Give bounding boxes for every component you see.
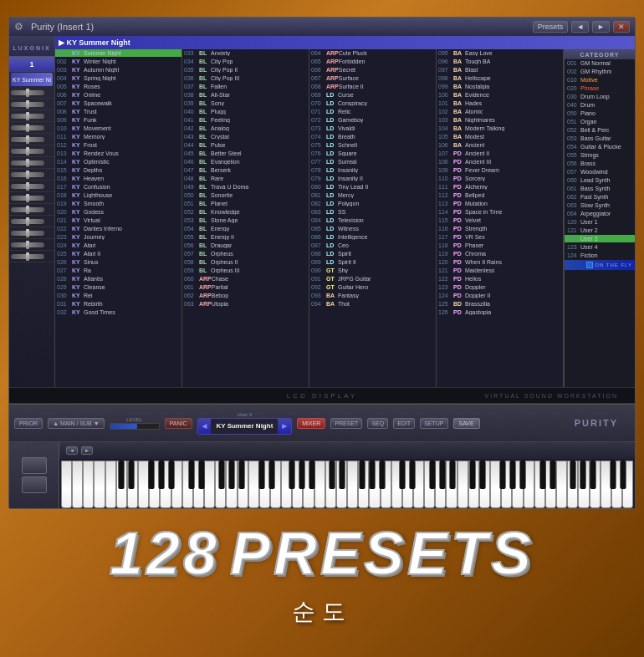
list-item[interactable]: 126PD Agastopia — [437, 308, 563, 317]
list-item[interactable]: 050Piano — [565, 110, 635, 118]
list-item[interactable]: 055Strings — [565, 151, 635, 160]
list-item[interactable]: 088LD Spirit — [309, 250, 436, 258]
list-item[interactable]: 037BL Fallen — [182, 83, 309, 91]
list-item[interactable]: 029KY Cleanse — [55, 283, 181, 292]
list-item[interactable]: 072LD Gameboy — [309, 116, 436, 125]
list-item[interactable]: 068ARP Surface II — [309, 83, 436, 91]
list-item[interactable]: 058BL Orpheus II — [182, 258, 309, 267]
list-item[interactable]: 059BL Orpheus III — [182, 267, 309, 275]
list-item[interactable]: 075LD Schnell — [309, 141, 436, 150]
seq-button[interactable]: SEQ — [367, 418, 388, 429]
list-item[interactable]: 040Drum — [565, 101, 635, 110]
octave-down-button[interactable]: ◄ — [66, 446, 78, 455]
list-item[interactable]: 092GT Guitar Hero — [309, 283, 436, 292]
list-item[interactable]: 033BL Anxiety — [182, 49, 309, 58]
list-item[interactable]: 052BL Knowledge — [182, 208, 309, 216]
list-item[interactable]: 044BL Pulse — [182, 141, 309, 150]
list-item[interactable]: 085LD Witness — [309, 225, 436, 233]
list-item[interactable]: 060Lead Synth — [565, 176, 635, 185]
list-item[interactable]: 010Motive — [565, 76, 635, 84]
list-item[interactable]: 124PD Doppler II — [437, 292, 563, 300]
list-item[interactable]: 020KY Godess — [55, 208, 181, 216]
preset-prev-button[interactable]: ◄ — [198, 419, 212, 434]
list-item[interactable]: 053Bass Guitar — [565, 135, 635, 143]
list-item[interactable]: 108PD Ancient III — [437, 158, 563, 166]
prior-button[interactable]: PRIOR — [14, 418, 43, 429]
list-item[interactable]: 084LD Television — [309, 216, 436, 225]
list-item[interactable]: 052Bell & Perc — [565, 126, 635, 135]
list-item[interactable]: 125BD Brasszilla — [437, 300, 563, 308]
list-item[interactable]: 018KY Lighthouse — [55, 191, 181, 200]
list-item[interactable]: 118PD Phaser — [437, 242, 563, 250]
list-item[interactable]: 115PD Velvet — [437, 216, 563, 225]
octave-up-button[interactable]: ► — [81, 446, 93, 455]
list-item[interactable]: 055BL Energy II — [182, 233, 309, 242]
list-item[interactable]: 041BL Feeling — [182, 116, 309, 125]
list-item[interactable]: 121User 2 — [565, 227, 635, 235]
list-item[interactable]: 026KY Sinus — [55, 258, 181, 267]
list-item[interactable]: 057BL Orpheus — [182, 250, 309, 258]
list-item[interactable]: 054Guitar & Plucke — [565, 143, 635, 151]
list-item[interactable]: 116PD Strength — [437, 225, 563, 233]
list-item[interactable]: 070LD Conspiracy — [309, 99, 436, 108]
setup-button[interactable]: SETUP — [420, 418, 447, 429]
edit-button[interactable]: EDIT — [393, 418, 415, 429]
list-item[interactable]: 077LD Surreal — [309, 158, 436, 166]
list-item[interactable]: 064Arpeggiator — [565, 210, 635, 218]
save-button[interactable]: SAVE — [453, 418, 480, 429]
list-item[interactable]: 036BL City Pop III — [182, 74, 309, 83]
active-preset-mini[interactable]: KY Summer Night — [11, 73, 53, 86]
list-item[interactable]: 091GT JRPG Guitar — [309, 275, 436, 283]
list-item[interactable]: 071LD Relic — [309, 108, 436, 116]
list-item[interactable]: 032KY Good Times — [55, 308, 181, 317]
nav-left-button[interactable]: ◄ — [571, 21, 589, 33]
list-item[interactable]: 010KY Movement — [55, 125, 181, 133]
list-item[interactable]: 067ARP Surface — [309, 74, 436, 83]
list-item[interactable]: 047BL Berserk — [182, 166, 309, 175]
list-item[interactable]: 008KY Trust — [55, 108, 181, 116]
list-item[interactable]: 101BA Hades — [437, 99, 563, 108]
list-item[interactable]: 120User 1 — [565, 218, 635, 227]
list-item[interactable]: 078LD Insanity — [309, 166, 436, 175]
preset-button[interactable]: PRESET — [330, 418, 362, 429]
list-item[interactable]: 045BL Better Steel — [182, 150, 309, 158]
level-bar[interactable] — [110, 423, 160, 430]
list-item[interactable]: 080LD Tiny Lead II — [309, 183, 436, 191]
list-item[interactable]: 056BL Draugar — [182, 242, 309, 250]
list-item[interactable]: 014KY Optimistic — [55, 158, 181, 166]
list-item[interactable]: 114PD Space in Time — [437, 208, 563, 216]
list-item[interactable]: 060ARP Chase — [182, 275, 309, 283]
list-item[interactable]: 031KY Rebirth — [55, 300, 181, 308]
list-item[interactable]: 065ARP Forbidden — [309, 58, 436, 66]
list-item[interactable]: 027KY Ra — [55, 267, 181, 275]
list-item[interactable]: 076LD Square — [309, 150, 436, 158]
list-item[interactable]: 094BA Thot — [309, 300, 436, 308]
presets-button[interactable]: Presets — [533, 21, 569, 33]
main-sub-button[interactable]: ▲ MAIN / SUB ▼ — [48, 418, 104, 429]
panic-button[interactable]: PANIC — [165, 418, 192, 429]
active-slot[interactable]: 1 — [9, 57, 54, 72]
list-item[interactable]: 012KY Frost — [55, 141, 181, 150]
list-item[interactable]: 109PD Fever Dream — [437, 166, 563, 175]
list-item[interactable]: 050BL Sonorite — [182, 191, 309, 200]
preset-next-button[interactable]: ► — [278, 419, 291, 434]
list-item[interactable]: 102BA Atomic — [437, 108, 563, 116]
list-item[interactable]: 051BL Planet — [182, 200, 309, 208]
list-item[interactable]: 122User 3 — [565, 235, 635, 243]
list-item[interactable]: 035BL City Pop II — [182, 66, 309, 74]
list-item[interactable]: 064ARP Cute Pluck — [309, 49, 436, 58]
list-item[interactable]: 111PD Alchemy — [437, 183, 563, 191]
list-item[interactable]: 123User 4 — [565, 243, 635, 252]
list-item[interactable]: 066ARP Secret — [309, 66, 436, 74]
list-item[interactable]: 005KY Roses — [55, 83, 181, 91]
list-item[interactable]: 117PD VR Sex — [437, 233, 563, 242]
list-item[interactable]: 009KY Funk — [55, 116, 181, 125]
list-item[interactable]: 119PD Chroma — [437, 250, 563, 258]
list-item[interactable]: 103BA Nightmares — [437, 116, 563, 125]
list-item[interactable]: 112PD Bellped — [437, 191, 563, 200]
list-item[interactable]: 040BL Plugg — [182, 108, 309, 116]
list-item[interactable]: 081LD Mercy — [309, 191, 436, 200]
list-item[interactable]: 113PD Mutation — [437, 200, 563, 208]
list-item[interactable]: 123PD Doppler — [437, 283, 563, 292]
list-item[interactable]: 124Fiction — [565, 252, 635, 260]
